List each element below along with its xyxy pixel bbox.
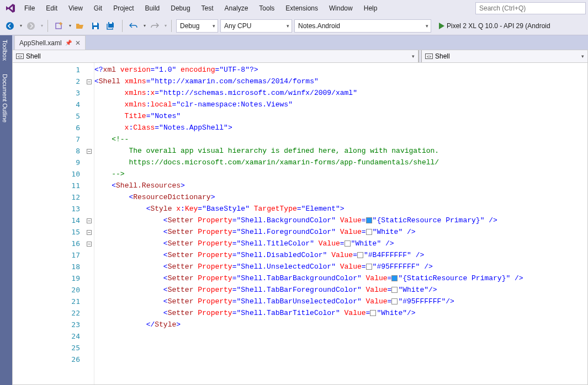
- code-editor[interactable]: 1234567891011121314151617181920212223242…: [12, 63, 588, 385]
- svg-rect-3: [93, 23, 97, 25]
- nav-bar: <> Shell ▾ <> Shell ▾: [12, 50, 588, 63]
- toolbar-separator: [171, 20, 172, 32]
- undo-button[interactable]: [127, 19, 140, 33]
- menu-item-project[interactable]: Project: [108, 1, 139, 15]
- menu-item-tools[interactable]: Tools: [253, 1, 280, 15]
- fold-toggle[interactable]: −: [87, 242, 92, 247]
- fold-toggle[interactable]: −: [87, 149, 92, 154]
- element-icon: <>: [425, 54, 433, 59]
- close-icon[interactable]: ✕: [75, 39, 81, 47]
- editor-zone: AppShell.xaml 📌 ✕ <> Shell ▾ <> Shell ▾ …: [12, 35, 588, 385]
- toolbox-tab[interactable]: Toolbox: [0, 35, 12, 65]
- config-select[interactable]: Debug: [176, 19, 218, 33]
- menu-item-build[interactable]: Build: [140, 1, 166, 15]
- chevron-down-icon[interactable]: ▾: [165, 23, 167, 28]
- menu-item-extensions[interactable]: Extensions: [280, 1, 324, 15]
- chevron-down-icon[interactable]: ▾: [41, 23, 43, 28]
- chevron-down-icon[interactable]: ▾: [20, 23, 22, 28]
- nav-scope-select[interactable]: <> Shell ▾: [13, 50, 419, 62]
- chevron-down-icon[interactable]: ▾: [69, 23, 71, 28]
- chevron-down-icon: ▾: [412, 54, 415, 59]
- document-outline-tab[interactable]: Document Outline: [0, 69, 12, 127]
- new-project-button[interactable]: [52, 19, 66, 33]
- toolbar: ▾ ▾ ▾ ▾ ▾ Debug Any CPU Notes.Android Pi…: [0, 17, 588, 35]
- vs-logo-icon: [2, 0, 19, 17]
- chevron-down-icon[interactable]: ▾: [144, 23, 146, 28]
- save-all-button[interactable]: [104, 19, 118, 33]
- file-tab[interactable]: AppShell.xaml 📌 ✕: [14, 35, 86, 50]
- svg-rect-5: [109, 22, 112, 24]
- menubar: FileEditViewGitProjectBuildDebugTestAnal…: [0, 0, 588, 17]
- menu-item-window[interactable]: Window: [324, 1, 358, 15]
- run-button[interactable]: Pixel 2 XL Q 10.0 - API 29 (Android: [439, 22, 550, 30]
- search-placeholder-text: Search (Ctrl+Q): [479, 4, 526, 12]
- svg-rect-4: [94, 27, 97, 29]
- menu-item-debug[interactable]: Debug: [165, 1, 195, 15]
- search-input[interactable]: Search (Ctrl+Q): [475, 2, 586, 14]
- work-area: Toolbox Document Outline AppShell.xaml 📌…: [0, 35, 588, 385]
- element-icon: <>: [16, 54, 24, 59]
- svg-point-0: [6, 22, 14, 30]
- side-tabs: Toolbox Document Outline: [0, 35, 12, 385]
- code-text[interactable]: <?xml version="1.0" encoding="UTF-8"?><S…: [94, 63, 587, 384]
- redo-button[interactable]: [148, 19, 161, 33]
- nav-back-button[interactable]: [3, 19, 17, 33]
- play-icon: [439, 23, 444, 29]
- save-button[interactable]: [89, 19, 102, 33]
- menu-item-edit[interactable]: Edit: [40, 1, 63, 15]
- toolbar-separator: [47, 20, 48, 32]
- nav-member-label: Shell: [435, 52, 450, 60]
- menu-item-git[interactable]: Git: [88, 1, 108, 15]
- menu-item-test[interactable]: Test: [196, 1, 219, 15]
- chevron-down-icon: ▾: [581, 54, 584, 59]
- pin-icon[interactable]: 📌: [65, 40, 72, 46]
- line-numbers: 1234567891011121314151617181920212223242…: [13, 63, 84, 384]
- svg-point-1: [27, 22, 35, 30]
- fold-toggle[interactable]: −: [87, 79, 92, 84]
- menu-item-file[interactable]: File: [19, 1, 40, 15]
- run-target-label: Pixel 2 XL Q 10.0 - API 29 (Android: [447, 22, 550, 30]
- open-file-button[interactable]: [73, 19, 87, 33]
- toolbar-separator: [122, 20, 123, 32]
- nav-scope-label: Shell: [26, 52, 41, 60]
- nav-member-select[interactable]: <> Shell ▾: [422, 50, 587, 62]
- file-tabs: AppShell.xaml 📌 ✕: [12, 35, 588, 50]
- fold-toggle[interactable]: −: [87, 218, 92, 223]
- menu-item-view[interactable]: View: [63, 1, 88, 15]
- startup-select[interactable]: Notes.Android: [294, 19, 431, 33]
- platform-select[interactable]: Any CPU: [220, 19, 292, 33]
- fold-toggle[interactable]: −: [87, 230, 92, 235]
- menu-item-analyze[interactable]: Analyze: [219, 1, 254, 15]
- nav-forward-button: [24, 19, 38, 33]
- file-tab-label: AppShell.xaml: [19, 39, 62, 47]
- menu-item-help[interactable]: Help: [358, 1, 383, 15]
- fold-strip: −−−−−: [84, 63, 94, 384]
